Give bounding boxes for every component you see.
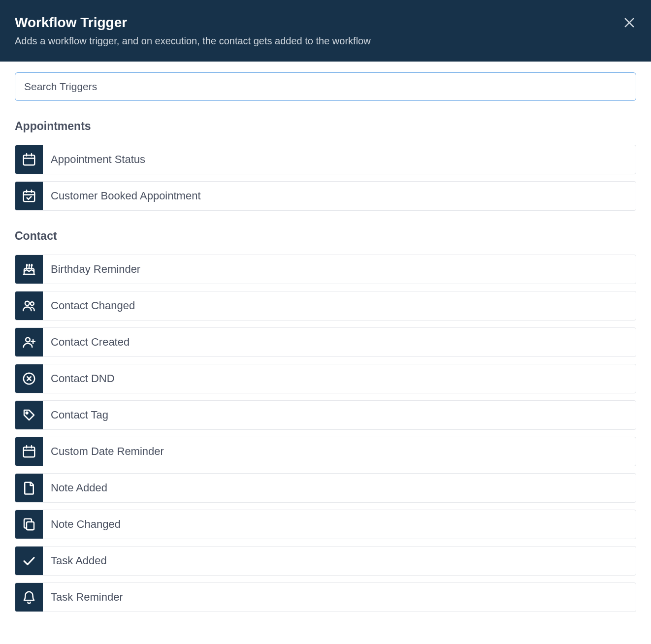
panel-header: Workflow Trigger Adds a workflow trigger…	[0, 0, 651, 62]
trigger-custom-date-reminder[interactable]: Custom Date Reminder	[15, 437, 636, 466]
trigger-note-changed[interactable]: Note Changed	[15, 510, 636, 539]
svg-rect-2	[24, 155, 35, 165]
panel-title: Workflow Trigger	[15, 15, 636, 31]
svg-point-11	[31, 302, 34, 305]
calendar-check-icon	[15, 182, 43, 210]
trigger-contact-dnd[interactable]: Contact DND	[15, 364, 636, 393]
trigger-label: Birthday Reminder	[43, 255, 636, 284]
svg-rect-6	[24, 192, 35, 201]
trigger-label: Contact Tag	[43, 401, 636, 429]
close-icon	[622, 16, 636, 30]
trigger-label: Note Added	[43, 474, 636, 502]
group-title-appointments: Appointments	[15, 120, 636, 133]
check-icon	[15, 547, 43, 575]
panel-body: Appointments Appointment Status Customer…	[0, 62, 651, 634]
users-icon	[15, 291, 43, 320]
trigger-task-added[interactable]: Task Added	[15, 546, 636, 576]
svg-rect-23	[27, 522, 34, 530]
trigger-customer-booked-appointment[interactable]: Customer Booked Appointment	[15, 181, 636, 211]
user-plus-icon	[15, 328, 43, 356]
trigger-contact-tag[interactable]: Contact Tag	[15, 400, 636, 430]
calendar-icon	[15, 145, 43, 174]
trigger-label: Task Added	[43, 547, 636, 575]
svg-rect-19	[24, 447, 35, 457]
trigger-label: Contact Created	[43, 328, 636, 356]
circle-x-icon	[15, 364, 43, 393]
trigger-note-added[interactable]: Note Added	[15, 473, 636, 503]
group-title-contact: Contact	[15, 229, 636, 243]
trigger-label: Task Reminder	[43, 583, 636, 612]
file-icon	[15, 474, 43, 502]
trigger-appointment-status[interactable]: Appointment Status	[15, 145, 636, 174]
trigger-label: Customer Booked Appointment	[43, 182, 636, 210]
search-input[interactable]	[15, 72, 636, 101]
trigger-label: Custom Date Reminder	[43, 437, 636, 466]
trigger-label: Contact DND	[43, 364, 636, 393]
close-button[interactable]	[622, 16, 636, 30]
svg-point-12	[26, 338, 30, 342]
tag-icon	[15, 401, 43, 429]
trigger-contact-changed[interactable]: Contact Changed	[15, 291, 636, 321]
calendar-icon	[15, 437, 43, 466]
bell-icon	[15, 583, 43, 612]
trigger-contact-created[interactable]: Contact Created	[15, 327, 636, 357]
trigger-label: Contact Changed	[43, 291, 636, 320]
trigger-label: Note Changed	[43, 510, 636, 539]
trigger-task-reminder[interactable]: Task Reminder	[15, 582, 636, 612]
svg-point-10	[25, 301, 30, 306]
panel-subtitle: Adds a workflow trigger, and on executio…	[15, 35, 636, 47]
cake-icon	[15, 255, 43, 284]
trigger-label: Appointment Status	[43, 145, 636, 174]
copy-icon	[15, 510, 43, 539]
svg-point-18	[26, 412, 28, 414]
trigger-birthday-reminder[interactable]: Birthday Reminder	[15, 255, 636, 284]
